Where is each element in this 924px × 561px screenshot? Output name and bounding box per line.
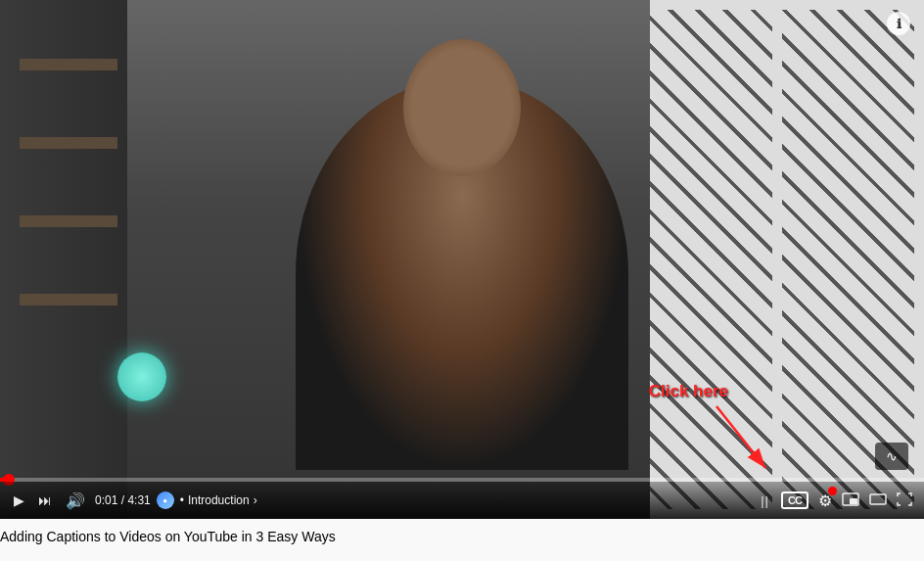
- play-icon: ▶: [14, 492, 24, 508]
- cc-button[interactable]: CC: [779, 490, 810, 511]
- cc-label: CC: [788, 494, 802, 506]
- chapter-indicator[interactable]: ● • Introduction ›: [157, 491, 257, 509]
- chapter-dot: ●: [157, 491, 174, 509]
- video-title: Adding Captions to Videos on YouTube in …: [0, 519, 924, 544]
- geo-panel-inner-2: [782, 10, 914, 509]
- next-button[interactable]: ⏭: [34, 491, 56, 510]
- theater-button[interactable]: [867, 491, 889, 511]
- hd-badge: [828, 487, 837, 495]
- volume-button[interactable]: 🔊: [62, 490, 89, 512]
- next-icon: ⏭: [38, 492, 52, 508]
- svg-rect-4: [870, 494, 886, 504]
- miniplayer-icon: [842, 493, 859, 509]
- video-background: [0, 0, 924, 519]
- click-annotation: Click here: [649, 382, 728, 401]
- video-player[interactable]: ℹ ∿ Click here ▶ ⏭ 🔊: [0, 0, 924, 519]
- lamp-decoration: [117, 352, 166, 401]
- fullscreen-button[interactable]: [895, 491, 914, 511]
- settings-container: ⚙: [816, 490, 834, 512]
- volume-icon: 🔊: [66, 491, 85, 510]
- person-silhouette: [296, 78, 628, 470]
- chapter-chevron: ›: [254, 493, 257, 507]
- miniplayer-button[interactable]: [840, 491, 861, 511]
- theater-icon: [869, 493, 887, 509]
- time-display: 0:01 / 4:31: [95, 493, 151, 507]
- current-time: 0:01: [95, 493, 117, 507]
- chapters-button[interactable]: ||: [757, 491, 773, 510]
- chapter-separator: •: [180, 493, 184, 507]
- chapters-icon: ||: [761, 493, 769, 508]
- click-annotation-text: Click here: [649, 382, 728, 400]
- chapter-name: Introduction: [188, 493, 250, 507]
- info-button[interactable]: ℹ: [887, 12, 910, 35]
- total-time: 4:31: [127, 493, 150, 507]
- svg-line-1: [716, 406, 765, 468]
- play-button[interactable]: ▶: [10, 491, 28, 510]
- annotation-arrow: [707, 401, 785, 480]
- cc-icon: CC: [781, 491, 808, 509]
- fullscreen-icon: [897, 493, 912, 509]
- ambient-mode-button[interactable]: ∿: [875, 443, 908, 470]
- controls-bar: ▶ ⏭ 🔊 0:01 / 4:31 ● • Introduction › ||: [0, 482, 924, 519]
- info-icon: ℹ: [897, 17, 901, 31]
- svg-rect-3: [850, 498, 857, 504]
- ambient-icon: ∿: [886, 448, 898, 464]
